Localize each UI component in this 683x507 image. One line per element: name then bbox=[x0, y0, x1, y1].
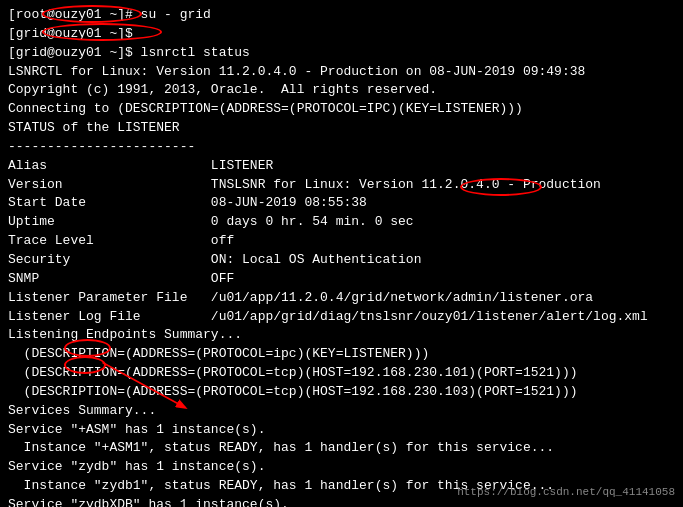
terminal-line: Trace Level off bbox=[8, 232, 675, 251]
terminal-line: [root@ouzy01 ~]# su - grid bbox=[8, 6, 675, 25]
terminal-line: (DESCRIPTION=(ADDRESS=(PROTOCOL=tcp)(HOS… bbox=[8, 364, 675, 383]
terminal: [root@ouzy01 ~]# su - grid[grid@ouzy01 ~… bbox=[0, 0, 683, 507]
terminal-line: [grid@ouzy01 ~]$ lsnrctl status bbox=[8, 44, 675, 63]
terminal-line: [grid@ouzy01 ~]$ bbox=[8, 25, 675, 44]
terminal-line: Copyright (c) 1991, 2013, Oracle. All ri… bbox=[8, 81, 675, 100]
terminal-line: Listener Parameter File /u01/app/11.2.0.… bbox=[8, 289, 675, 308]
terminal-line: Listener Log File /u01/app/grid/diag/tns… bbox=[8, 308, 675, 327]
terminal-line: STATUS of the LISTENER bbox=[8, 119, 675, 138]
terminal-line: Service "zydb" has 1 instance(s). bbox=[8, 458, 675, 477]
terminal-line: Start Date 08-JUN-2019 08:55:38 bbox=[8, 194, 675, 213]
terminal-line: Alias LISTENER bbox=[8, 157, 675, 176]
terminal-line: LSNRCTL for Linux: Version 11.2.0.4.0 - … bbox=[8, 63, 675, 82]
terminal-line: ------------------------ bbox=[8, 138, 675, 157]
terminal-line: Connecting to (DESCRIPTION=(ADDRESS=(PRO… bbox=[8, 100, 675, 119]
terminal-line: Version TNSLSNR for Linux: Version 11.2.… bbox=[8, 176, 675, 195]
terminal-line: Service "+ASM" has 1 instance(s). bbox=[8, 421, 675, 440]
terminal-line: (DESCRIPTION=(ADDRESS=(PROTOCOL=ipc)(KEY… bbox=[8, 345, 675, 364]
terminal-line: Uptime 0 days 0 hr. 54 min. 0 sec bbox=[8, 213, 675, 232]
terminal-line: (DESCRIPTION=(ADDRESS=(PROTOCOL=tcp)(HOS… bbox=[8, 383, 675, 402]
terminal-line: Services Summary... bbox=[8, 402, 675, 421]
terminal-line: SNMP OFF bbox=[8, 270, 675, 289]
terminal-line: Instance "+ASM1", status READY, has 1 ha… bbox=[8, 439, 675, 458]
watermark: https://blog.csdn.net/qq_41141058 bbox=[457, 485, 675, 501]
terminal-line: Security ON: Local OS Authentication bbox=[8, 251, 675, 270]
terminal-line: Listening Endpoints Summary... bbox=[8, 326, 675, 345]
